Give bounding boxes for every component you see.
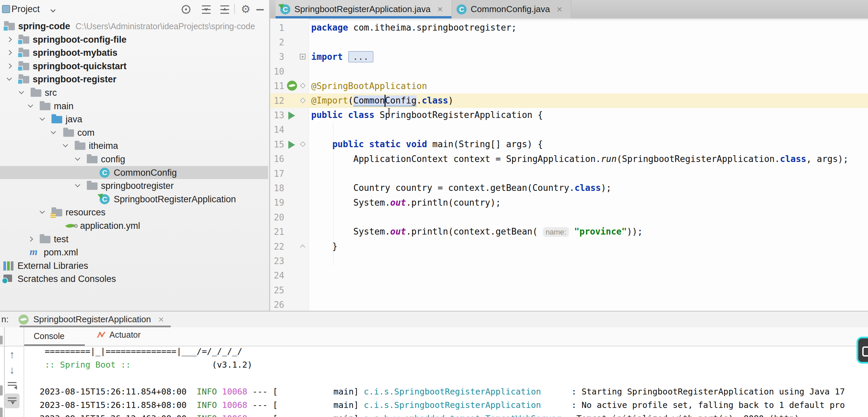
run-line-icon[interactable] — [288, 111, 295, 119]
code-editor[interactable]: 1package com.itheima.springbootregister;… — [270, 19, 868, 311]
tree-item-scratches-and-consoles[interactable]: Scratches and Consoles — [0, 272, 268, 286]
fold-marker-icon[interactable]: + — [300, 54, 306, 60]
actuator-tab-label: Actuator — [109, 330, 141, 340]
project-tool-window: Project ⚙ spring-codeC:\Users\Administra… — [0, 0, 270, 311]
folder-module-icon — [19, 36, 29, 44]
code-text[interactable]: System.out.println(context.getBean( name… — [311, 224, 643, 239]
code-text[interactable]: @SpringBootApplication — [311, 79, 427, 94]
tree-item-springboot-mybatis[interactable]: springboot-mybatis — [0, 46, 268, 60]
ide-window: Project ⚙ spring-codeC:\Users\Administra… — [0, 0, 868, 417]
chevron-right-icon[interactable] — [7, 50, 12, 56]
tree-item-commonconfig[interactable]: CCommonConfig — [0, 166, 268, 179]
code-text[interactable]: @Import(CommonConfig.class) — [311, 94, 454, 108]
editor-tab-springbootregisterapplication-java[interactable]: CSpringbootRegisterApplication.java× — [276, 0, 452, 19]
tab-actuator[interactable]: Actuator — [97, 330, 141, 340]
tree-item-label: springbootregister — [101, 181, 174, 191]
tree-item-spring-code[interactable]: spring-codeC:\Users\Administrator\ideaPr… — [0, 20, 268, 33]
chevron-down-icon[interactable] — [75, 155, 81, 161]
toolbar-icon-clipped[interactable] — [0, 408, 3, 417]
chevron-down-icon[interactable] — [51, 7, 56, 13]
console-output[interactable]: =========|_|==============|___/=/_/_/_/ … — [24, 345, 868, 417]
tree-item-springboot-quickstart[interactable]: springboot-quickstart — [0, 60, 268, 73]
fold-marker-icon[interactable] — [300, 244, 306, 250]
soft-wrap-icon[interactable] — [5, 378, 20, 393]
chevron-right-icon[interactable] — [28, 236, 33, 242]
line-number: 13 — [270, 110, 286, 120]
code-text[interactable]: } — [311, 239, 337, 254]
fold-marker-icon[interactable] — [300, 98, 306, 103]
project-panel-header: Project ⚙ — [0, 0, 269, 19]
tree-item-test[interactable]: test — [0, 233, 268, 246]
editor-line-24: 24 — [270, 269, 868, 283]
project-panel-title[interactable]: Project — [11, 4, 40, 14]
scroll-to-end-icon[interactable] — [5, 393, 20, 408]
chevron-right-icon[interactable] — [7, 64, 12, 69]
spring-bean-icon[interactable] — [287, 81, 297, 91]
code-text[interactable]: System.out.println(country); — [311, 196, 501, 210]
tree-item-label: main — [54, 101, 74, 111]
tree-item-label: springboot-mybatis — [33, 48, 117, 58]
chevron-down-icon[interactable] — [7, 76, 12, 81]
tree-item-pom-xml[interactable]: mpom.xml — [0, 246, 268, 259]
folder-module-icon — [4, 23, 15, 30]
code-text[interactable]: public static void main(String[] args) { — [311, 137, 543, 151]
editor-tab-commonconfig-java[interactable]: CCommonConfig.java× — [452, 0, 571, 19]
line-number: 21 — [270, 227, 286, 237]
chevron-down-icon[interactable] — [40, 115, 45, 121]
tree-item-springboot-config-file[interactable]: springboot-config-file — [0, 33, 268, 46]
tree-item-config[interactable]: config — [0, 152, 268, 166]
chevron-down-icon[interactable] — [19, 89, 24, 95]
console-line: 2023-08-15T15:26:11.854+08:00 INFO 10068… — [24, 385, 868, 398]
code-text[interactable]: public class SpringbootRegisterApplicati… — [311, 108, 543, 122]
tree-item-springbootregisterapplication[interactable]: CSpringbootRegisterApplication — [0, 193, 268, 206]
code-text[interactable]: Country country = context.getBean(Countr… — [311, 181, 611, 195]
close-icon[interactable]: × — [158, 314, 164, 325]
run-configuration-tab[interactable]: SpringbootRegisterApplication × — [19, 312, 164, 327]
chevron-down-icon[interactable] — [40, 209, 45, 214]
chevron-right-icon[interactable] — [7, 37, 12, 42]
tree-item-application-yml[interactable]: application.yml — [0, 219, 268, 233]
line-number: 24 — [270, 271, 286, 281]
console-line: 2023-08-15T15:26:12.463+08:00 INFO 10068… — [24, 412, 868, 417]
tab-console[interactable]: Console — [34, 331, 65, 341]
expand-all-icon[interactable] — [202, 5, 211, 14]
scroll-down-icon[interactable]: ↓ — [5, 362, 20, 377]
yml-icon — [65, 221, 76, 230]
close-icon[interactable]: × — [557, 5, 562, 14]
toolbar-icon-clipped[interactable] — [0, 336, 3, 344]
chevron-down-icon[interactable] — [75, 182, 81, 187]
tree-item-itheima[interactable]: itheima — [0, 139, 268, 152]
tree-item-main[interactable]: main — [0, 100, 268, 113]
editor-line-11: 11@SpringBootApplication — [270, 79, 868, 94]
tree-item-external-libraries[interactable]: External Libraries — [0, 259, 268, 273]
tree-item-resources[interactable]: resources — [0, 206, 268, 219]
tree-item-springboot-register[interactable]: springboot-register — [0, 73, 268, 86]
folder-res-icon — [52, 209, 62, 216]
tree-item-springbootregister[interactable]: springbootregister — [0, 179, 268, 193]
settings-icon[interactable]: ⚙ — [241, 4, 251, 14]
locate-icon[interactable] — [182, 5, 190, 14]
toolbar-icon-clipped[interactable] — [0, 385, 3, 395]
collapse-all-icon[interactable] — [220, 5, 229, 14]
code-text[interactable]: package com.itheima.springbootregister; — [311, 21, 517, 35]
line-number: 16 — [270, 154, 286, 164]
chevron-down-icon[interactable] — [28, 102, 33, 107]
tree-item-label: src — [45, 88, 57, 98]
chevron-down-icon[interactable] — [51, 129, 56, 134]
run-line-icon[interactable] — [288, 141, 295, 149]
fold-marker-icon[interactable] — [300, 83, 306, 89]
editor-line-26: 26 — [270, 298, 868, 311]
screen-recorder-overlay-button[interactable] — [857, 337, 868, 363]
hide-panel-icon[interactable] — [256, 9, 264, 10]
scroll-up-icon[interactable]: ↑ — [5, 347, 20, 362]
tree-item-src[interactable]: src — [0, 86, 268, 100]
tree-item-java[interactable]: java — [0, 112, 268, 126]
fold-marker-icon[interactable] — [300, 141, 306, 147]
project-tree: spring-codeC:\Users\Administrator\ideaPr… — [0, 20, 268, 286]
tree-item-com[interactable]: com — [0, 126, 268, 139]
close-icon[interactable]: × — [437, 5, 443, 14]
line-number: 3 — [270, 52, 286, 62]
code-text[interactable]: ApplicationContext context = SpringAppli… — [311, 152, 848, 166]
chevron-down-icon[interactable] — [63, 142, 68, 147]
code-text[interactable]: import ... — [311, 50, 373, 64]
